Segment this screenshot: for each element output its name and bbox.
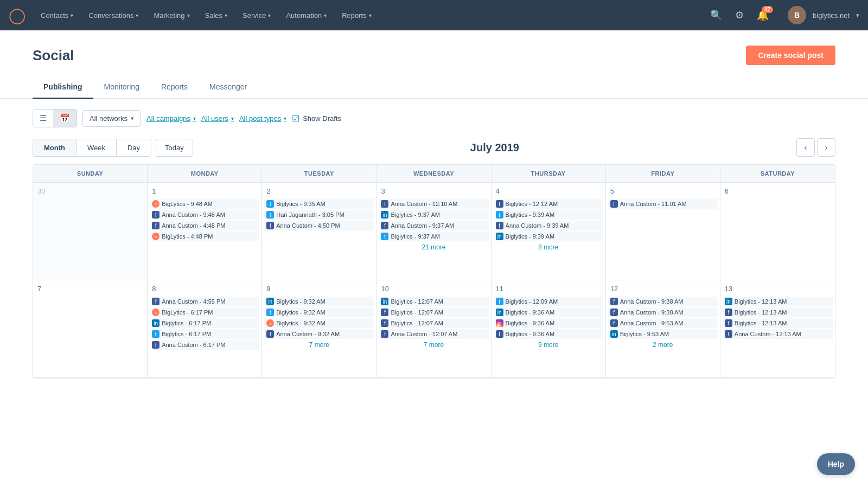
calendar-event[interactable]: fBiglytics - 9:36 AM <box>494 329 603 339</box>
calendar-event[interactable]: fAnna Custom - 12:13 AM <box>723 329 833 339</box>
calendar-view-button[interactable]: 📅 <box>53 110 76 127</box>
calendar-event[interactable]: tBiglytics - 6:17 PM <box>150 329 259 339</box>
calendar-event[interactable]: inBiglytics - 9:39 AM <box>494 232 603 241</box>
calendar-event[interactable]: fAnna Custom - 6:17 PM <box>150 340 259 350</box>
calendar-event[interactable]: fAnna Custom - 9:53 AM <box>608 318 718 328</box>
calendar-event[interactable]: inBiglytics - 6:17 PM <box>150 318 259 328</box>
calendar-event[interactable]: ◎Biglytics - 9:36 AM <box>494 318 603 328</box>
nav-conversations[interactable]: Conversations ▾ <box>82 7 145 24</box>
calendar-event[interactable]: fAnna Custom - 11:01 AM <box>608 199 718 209</box>
calendar-event[interactable]: fAnna Custom - 9:37 AM <box>379 221 488 230</box>
month-button[interactable]: Month <box>33 139 76 156</box>
calendar-event[interactable]: inBiglytics - 9:32 AM <box>264 297 374 306</box>
fb-icon: f <box>381 222 388 229</box>
more-events-link[interactable]: 2 more <box>608 341 718 349</box>
more-events-link[interactable]: 7 more <box>379 341 488 349</box>
more-events-link[interactable]: 7 more <box>264 341 374 349</box>
account-name[interactable]: biglytics.net <box>808 11 854 20</box>
calendar-event[interactable]: fAnna Custom - 9:38 AM <box>608 297 718 306</box>
calendar-event[interactable]: ○BigLytics - 6:17 PM <box>150 307 259 317</box>
help-button[interactable]: Help <box>817 453 855 475</box>
more-events-link[interactable]: 21 more <box>379 243 488 251</box>
calendar-event[interactable]: ○BigLytics - 4:48 PM <box>150 232 259 241</box>
more-events-link[interactable]: 9 more <box>494 341 603 349</box>
campaigns-filter[interactable]: All campaigns ▾ <box>146 114 196 123</box>
calendar-event[interactable]: tHari Jagannath - 3:05 PM <box>264 210 374 220</box>
list-view-button[interactable]: ☰ <box>33 110 53 127</box>
users-filter[interactable]: All users ▾ <box>201 114 234 123</box>
calendar-event[interactable]: fBiglytics - 12:07 AM <box>379 307 488 317</box>
search-icon[interactable]: 🔍 <box>705 5 727 25</box>
prev-month-button[interactable]: ‹ <box>796 138 815 157</box>
calendar-event[interactable]: fAnna Custom - 4:55 PM <box>150 297 259 306</box>
event-label: Biglytics - 9:36 AM <box>506 331 554 337</box>
week-button[interactable]: Week <box>76 139 117 156</box>
calendar-event[interactable]: tBiglytics - 9:37 AM <box>379 232 488 241</box>
show-drafts-label: Show Drafts <box>303 114 341 123</box>
tab-reports[interactable]: Reports <box>150 76 199 99</box>
hs-icon: ○ <box>152 233 159 240</box>
tw-icon: t <box>152 330 159 338</box>
calendar-cell[interactable]: 1○BigLytics - 9:48 AMfAnna Custom - 9:48… <box>148 183 262 280</box>
nav-marketing[interactable]: Marketing ▾ <box>147 7 196 24</box>
calendar-cell[interactable]: 11tBiglytics - 12:09 AMinBiglytics - 9:3… <box>492 280 606 378</box>
calendar-event[interactable]: fAnna Custom - 4:50 PM <box>264 221 374 230</box>
calendar-event[interactable]: fAnna Custom - 9:38 AM <box>608 307 718 317</box>
calendar-cell[interactable]: 9inBiglytics - 9:32 AMtBiglytics - 9:32 … <box>262 280 376 378</box>
calendar-event[interactable]: tBiglytics - 12:09 AM <box>494 297 603 306</box>
calendar-event[interactable]: inBiglytics - 9:53 AM <box>608 329 718 339</box>
calendar-event[interactable]: tBiglytics - 9:35 AM <box>264 199 374 209</box>
calendar-event[interactable]: fAnna Custom - 12:07 AM <box>379 329 488 339</box>
show-drafts-toggle[interactable]: ☑ Show Drafts <box>292 113 341 124</box>
notifications-icon[interactable]: 🔔 47 <box>751 5 774 25</box>
day-button[interactable]: Day <box>117 139 151 156</box>
calendar-event[interactable]: fBiglytics - 12:12 AM <box>494 199 603 209</box>
post-types-filter[interactable]: All post types ▾ <box>239 114 286 123</box>
calendar-event[interactable]: fAnna Custom - 9:48 AM <box>150 210 259 220</box>
settings-icon[interactable]: ⚙ <box>730 5 749 25</box>
nav-sales[interactable]: Sales ▾ <box>199 7 234 24</box>
calendar-event[interactable]: tBiglytics - 9:39 AM <box>494 210 603 220</box>
calendar-cell[interactable]: 13inBiglytics - 12:13 AMfBiglytics - 12:… <box>720 280 835 378</box>
calendar-cell[interactable]: 7 <box>33 280 148 378</box>
calendar-event[interactable]: tBiglytics - 9:32 AM <box>264 307 374 317</box>
calendar-cell[interactable]: 8fAnna Custom - 4:55 PM○BigLytics - 6:17… <box>148 280 262 378</box>
tab-monitoring[interactable]: Monitoring <box>93 76 150 99</box>
calendar-cell[interactable]: 10inBiglytics - 12:07 AMfBiglytics - 12:… <box>376 280 491 378</box>
calendar-cell[interactable]: 4fBiglytics - 12:12 AMtBiglytics - 9:39 … <box>492 183 606 280</box>
calendar-event[interactable]: ○BigLytics - 9:48 AM <box>150 199 259 209</box>
nav-automation[interactable]: Automation ▾ <box>279 7 333 24</box>
calendar-event[interactable]: ○Biglytics - 9:32 AM <box>264 318 374 328</box>
calendar-event[interactable]: inBiglytics - 9:36 AM <box>494 307 603 317</box>
today-button[interactable]: Today <box>156 139 193 157</box>
calendar-event[interactable]: inBiglytics - 12:07 AM <box>379 297 488 306</box>
calendar-event[interactable]: fAnna Custom - 12:10 AM <box>379 199 488 209</box>
network-filter[interactable]: All networks ▾ <box>82 110 141 127</box>
calendar-event[interactable]: fBiglytics - 12:13 AM <box>723 307 833 317</box>
tab-messenger[interactable]: Messenger <box>199 76 258 99</box>
hubspot-logo[interactable]: ◯ <box>9 7 25 24</box>
users-filter-label: All users <box>201 114 228 123</box>
event-label: Anna Custom - 4:55 PM <box>162 298 225 305</box>
calendar-cell[interactable]: 30 <box>33 183 148 280</box>
calendar-event[interactable]: fAnna Custom - 9:32 AM <box>264 329 374 339</box>
nav-service[interactable]: Service ▾ <box>236 7 277 24</box>
calendar-cell[interactable]: 3fAnna Custom - 12:10 AMinBiglytics - 9:… <box>376 183 491 280</box>
more-events-link[interactable]: 8 more <box>494 243 603 251</box>
calendar-event[interactable]: inBiglytics - 12:13 AM <box>723 297 833 306</box>
calendar-event[interactable]: fAnna Custom - 9:39 AM <box>494 221 603 230</box>
next-month-button[interactable]: › <box>817 138 835 157</box>
calendar-event[interactable]: fAnna Custom - 4:48 PM <box>150 221 259 230</box>
calendar-cell[interactable]: 2tBiglytics - 9:35 AMtHari Jagannath - 3… <box>262 183 376 280</box>
nav-contacts[interactable]: Contacts ▾ <box>34 7 80 24</box>
calendar-event[interactable]: inBiglytics - 9:37 AM <box>379 210 488 220</box>
calendar-event[interactable]: fBiglytics - 12:07 AM <box>379 318 488 328</box>
calendar-cell[interactable]: 5fAnna Custom - 11:01 AM <box>606 183 720 280</box>
create-social-post-button[interactable]: Create social post <box>746 46 835 65</box>
calendar-cell[interactable]: 12fAnna Custom - 9:38 AMfAnna Custom - 9… <box>606 280 720 378</box>
calendar-event[interactable]: fBiglytics - 12:13 AM <box>723 318 833 328</box>
avatar[interactable]: B <box>788 6 806 24</box>
nav-reports[interactable]: Reports ▾ <box>335 7 378 24</box>
tab-publishing[interactable]: Publishing <box>33 76 93 99</box>
calendar-cell[interactable]: 6 <box>720 183 835 280</box>
